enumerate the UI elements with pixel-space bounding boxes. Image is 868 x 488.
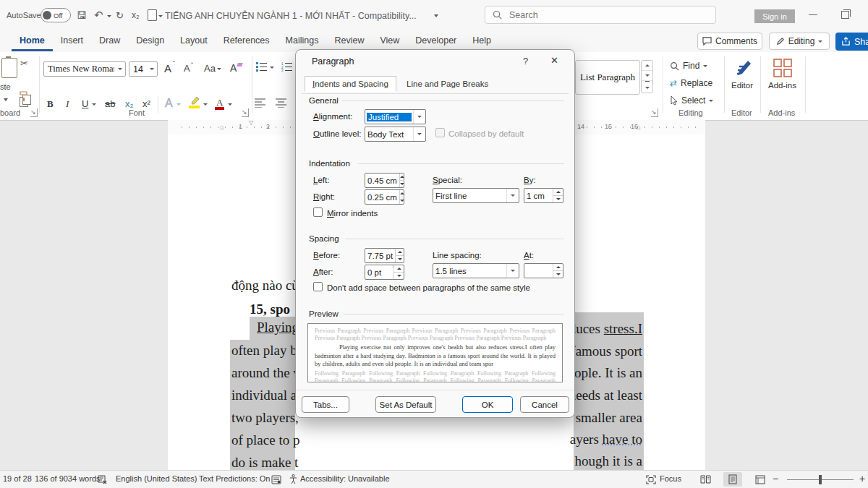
spin-up-icon[interactable]	[400, 174, 404, 181]
set-as-default-button[interactable]: Set As Default	[375, 396, 436, 413]
read-mode-button[interactable]	[696, 472, 715, 487]
spin-up-icon[interactable]	[394, 265, 404, 273]
select-button[interactable]: Select	[670, 95, 713, 106]
strikethrough-button[interactable]: ab	[105, 98, 115, 109]
tab-help[interactable]: Help	[464, 32, 499, 49]
zoom-slider-thumb[interactable]	[819, 475, 822, 484]
indent-left-spinner[interactable]: 0.45 cm	[365, 173, 404, 188]
tab-layout[interactable]: Layout	[172, 32, 216, 49]
after-spinner[interactable]: 0 pt	[365, 265, 404, 280]
comments-button[interactable]: Comments	[697, 33, 762, 50]
italic-button[interactable]: I	[66, 98, 69, 110]
paste-quick-chevron-icon[interactable]	[158, 15, 163, 17]
styles-down-icon[interactable]	[642, 71, 652, 81]
underline-button[interactable]: U	[82, 98, 88, 109]
spin-down-icon[interactable]	[400, 181, 404, 187]
dont-add-space-checkbox[interactable]	[313, 282, 323, 291]
replace-button[interactable]: ⇄ Replace	[670, 78, 712, 88]
special-combo[interactable]: First line	[433, 188, 519, 203]
clipboard-dialog-launcher-icon[interactable]	[30, 108, 38, 116]
close-button[interactable]: ✕	[550, 55, 558, 66]
focus-label[interactable]: Focus	[660, 474, 681, 483]
collapsed-by-default-checkbox[interactable]	[435, 128, 445, 137]
spin-down-icon[interactable]	[553, 271, 563, 278]
editing-mode-button[interactable]: Editing	[769, 33, 830, 50]
subscript-button[interactable]: x₂	[125, 98, 134, 109]
change-case-button[interactable]: Aa	[204, 63, 216, 74]
cancel-button[interactable]: Cancel	[520, 396, 569, 413]
spin-up-icon[interactable]	[396, 249, 404, 256]
undo-icon[interactable]	[94, 8, 103, 22]
redo-icon[interactable]	[116, 8, 124, 23]
line-spacing-chevron-icon[interactable]	[506, 264, 519, 278]
text-effects-button[interactable]: A	[165, 97, 173, 110]
cut-icon[interactable]	[20, 58, 28, 69]
before-spinner[interactable]: 7.75 pt	[365, 248, 404, 263]
shrink-font-button[interactable]: A	[184, 63, 190, 74]
tab-mailings[interactable]: Mailings	[278, 32, 327, 49]
change-case-chevron-icon[interactable]	[217, 68, 221, 70]
paste-icon[interactable]	[1, 58, 17, 78]
editor-button-label[interactable]: Editor	[731, 81, 753, 90]
focus-icon[interactable]	[646, 475, 656, 484]
text-predictions[interactable]: Text Predictions: On	[199, 474, 270, 483]
bold-button[interactable]: B	[47, 98, 54, 110]
ok-button[interactable]: OK	[462, 396, 513, 413]
highlighter-icon[interactable]	[190, 95, 200, 105]
font-color-chevron-icon[interactable]	[228, 103, 232, 106]
outline-level-combo[interactable]: Body Text	[365, 127, 426, 142]
tab-home[interactable]: Home	[12, 32, 53, 51]
styles-up-icon[interactable]	[642, 61, 652, 71]
font-dialog-launcher-icon[interactable]	[242, 108, 249, 116]
font-size-combo[interactable]: 14	[129, 61, 158, 77]
tabs-button[interactable]: Tabs...	[302, 396, 349, 413]
tab-review[interactable]: Review	[326, 32, 372, 49]
search-box[interactable]	[485, 6, 716, 24]
alignment-combo[interactable]: Justified	[365, 109, 426, 124]
tab-indents-and-spacing[interactable]: Indents and Spacing	[305, 76, 396, 92]
outline-chevron-icon[interactable]	[413, 127, 425, 141]
special-chevron-icon[interactable]	[506, 189, 519, 202]
tab-line-and-page-breaks[interactable]: Line and Page Breaks	[399, 76, 496, 92]
spin-up-icon[interactable]	[553, 189, 563, 196]
align-center-icon[interactable]	[276, 98, 287, 108]
spin-down-icon[interactable]	[396, 256, 404, 262]
alignment-chevron-icon[interactable]	[413, 110, 425, 124]
tab-references[interactable]: References	[216, 32, 278, 49]
tab-design[interactable]: Design	[128, 32, 172, 49]
format-painter-icon[interactable]	[18, 91, 29, 102]
by-spinner[interactable]: 1 cm	[524, 188, 563, 203]
save-icon[interactable]	[77, 8, 87, 22]
share-button[interactable]: Share	[835, 33, 868, 51]
title-chevron-icon[interactable]	[434, 14, 438, 17]
page-indicator[interactable]: 19 of 28	[3, 474, 32, 483]
language-indicator[interactable]: English (United States)	[116, 474, 197, 483]
at-spinner[interactable]	[524, 263, 563, 278]
spin-down-icon[interactable]	[394, 273, 404, 279]
mirror-indents-checkbox[interactable]	[313, 207, 323, 217]
align-left-icon[interactable]	[255, 98, 266, 108]
spin-up-icon[interactable]	[400, 190, 404, 197]
font-size-chevron-icon[interactable]	[146, 62, 157, 76]
styles-more-icon[interactable]	[642, 81, 652, 93]
underline-chevron-icon[interactable]	[92, 103, 96, 106]
tab-view[interactable]: View	[372, 32, 407, 49]
style-list-paragraph[interactable]: List Paragraph	[575, 60, 640, 95]
left-indent-marker-icon[interactable]: ⌂	[220, 123, 224, 131]
line-spacing-combo[interactable]: 1.5 lines	[433, 263, 519, 278]
highlighter-chevron-icon[interactable]	[203, 103, 208, 106]
find-button[interactable]: Find	[670, 61, 707, 71]
subscript-quick-icon[interactable]: x₂	[132, 10, 140, 20]
search-input[interactable]	[508, 9, 655, 21]
text-effects-chevron-icon[interactable]	[176, 103, 181, 106]
first-line-indent-marker-icon[interactable]: ▽	[249, 119, 253, 126]
web-layout-button[interactable]	[751, 472, 770, 487]
tab-insert[interactable]: Insert	[53, 32, 91, 49]
add-ins-button-label[interactable]: Add-ins	[768, 81, 796, 90]
sign-in-button[interactable]: Sign in	[754, 9, 795, 23]
paste-chevron-icon[interactable]	[4, 98, 8, 101]
indent-right-spinner[interactable]: 0.25 cm	[365, 189, 404, 205]
add-ins-icon[interactable]	[773, 58, 793, 78]
help-button[interactable]: ?	[523, 56, 528, 67]
spin-up-icon[interactable]	[553, 264, 563, 271]
